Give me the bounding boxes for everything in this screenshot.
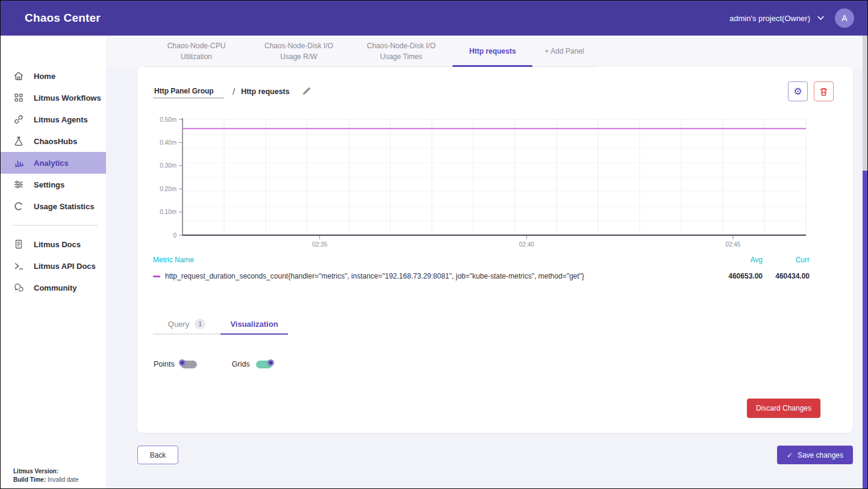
svg-text:02:40: 02:40 — [519, 241, 534, 248]
home-icon — [13, 71, 24, 81]
sidebar-item-community[interactable]: Community — [1, 277, 106, 298]
points-toggle[interactable] — [181, 361, 197, 368]
breadcrumb-separator: / — [233, 86, 235, 96]
sidebar-item-litmus-api-docs[interactable]: Litmus API Docs — [1, 255, 106, 277]
panel-name: Http requests — [241, 87, 290, 96]
legend-metric-name-header[interactable]: Metric Name — [153, 256, 722, 264]
visualization-toggles: Points Grids — [153, 360, 834, 368]
chart-legend: Metric Name Avg Curr http_request_durati… — [153, 256, 810, 280]
sidebar-item-litmus-agents[interactable]: Litmus Agents — [1, 109, 106, 130]
grids-toggle-group: Grids — [232, 360, 272, 368]
metric-avg-value: 460653.00 — [722, 272, 763, 280]
points-toggle-group: Points — [154, 360, 197, 368]
svg-text:02:45: 02:45 — [725, 241, 740, 248]
editor-tabs: Query 1 Visualization — [153, 314, 834, 335]
sidebar-footer: Litmus Version: Build Time: Invalid date — [13, 467, 78, 484]
app-title: Chaos Center — [25, 11, 101, 25]
trash-icon — [819, 87, 828, 96]
back-button[interactable]: Back — [137, 446, 178, 464]
legend-row: http_request_duration_seconds_count{hand… — [153, 272, 810, 280]
discard-changes-button[interactable]: Discard Changes — [747, 399, 820, 418]
sidebar-item-usage-statistics[interactable]: Usage Statistics — [1, 195, 106, 217]
tab-chaos-node-disk-io-usage-times[interactable]: Chaos-Node-Disk I/O Usage Times — [350, 36, 452, 66]
panel-tabbar: Chaos-Node-CPU Utilization Chaos-Node-Di… — [106, 36, 867, 67]
project-selector[interactable]: admin's project(Owner) — [729, 14, 824, 23]
tab-visualization[interactable]: Visualization — [220, 314, 288, 335]
svg-text:0: 0 — [173, 232, 176, 239]
points-toggle-label: Points — [154, 360, 175, 368]
project-selector-label: admin's project(Owner) — [729, 14, 810, 23]
analytics-icon — [13, 157, 24, 168]
sidebar-item-home[interactable]: Home — [1, 65, 106, 87]
tab-http-requests[interactable]: Http requests — [452, 36, 532, 66]
footer-actions: Back ✓ Save changes — [137, 446, 853, 464]
panel-settings-button[interactable]: ⚙ — [788, 81, 808, 101]
agents-icon — [13, 114, 24, 125]
api-docs-icon — [13, 260, 24, 271]
legend-curr-header[interactable]: Curr — [763, 256, 810, 264]
svg-text:0.20m: 0.20m — [160, 186, 176, 192]
sidebar-divider — [12, 225, 98, 226]
grids-toggle[interactable] — [256, 361, 272, 368]
chaoshubs-icon — [13, 136, 24, 147]
svg-text:0.50m: 0.50m — [160, 116, 176, 123]
avatar[interactable]: A — [835, 8, 854, 28]
query-count-badge: 1 — [195, 318, 205, 329]
sidebar-item-litmus-workflows[interactable]: Litmus Workflows — [1, 87, 106, 109]
svg-text:02:35: 02:35 — [312, 241, 327, 248]
grids-toggle-label: Grids — [232, 360, 250, 368]
scrollbar-thumb[interactable] — [863, 171, 867, 488]
settings-icon — [13, 179, 24, 190]
chart-container: 00.10m0.20m0.30m0.40m0.50m02:3502:4002:4… — [153, 112, 834, 252]
edit-pencil-icon[interactable] — [302, 87, 311, 96]
sidebar: Home Litmus Workflows Litmus Agents Chao… — [1, 36, 106, 488]
chaos-center-app: Chaos Center admin's project(Owner) A Ho… — [0, 0, 868, 489]
sidebar-item-settings[interactable]: Settings — [1, 174, 106, 195]
sidebar-item-litmus-docs[interactable]: Litmus Docs — [1, 233, 106, 255]
vertical-scrollbar[interactable] — [863, 36, 867, 488]
main-area: Chaos-Node-CPU Utilization Chaos-Node-Di… — [106, 36, 867, 488]
build-time-value: Invalid date — [48, 476, 78, 483]
panel-delete-button[interactable] — [814, 81, 834, 101]
series-color-swatch — [153, 276, 160, 277]
litmus-version-label: Litmus Version: — [13, 468, 58, 475]
save-changes-label: Save changes — [798, 451, 843, 459]
tab-chaos-node-disk-io-usage-rw[interactable]: Chaos-Node-Disk I/O Usage R/W — [248, 36, 350, 66]
svg-text:0.30m: 0.30m — [160, 162, 176, 169]
docs-icon — [13, 239, 24, 250]
chevron-down-icon — [817, 16, 824, 21]
build-time-label: Build Time: — [13, 476, 46, 483]
sidebar-item-chaoshubs[interactable]: ChaosHubs — [1, 130, 106, 152]
app-header: Chaos Center admin's project(Owner) A — [1, 1, 867, 36]
panel-editor-card: / Http requests ⚙ 00.10m0.20m0.30m0.40m0… — [137, 67, 853, 433]
usage-statistics-icon — [13, 201, 24, 212]
panel-header: / Http requests ⚙ — [153, 81, 834, 101]
tab-query[interactable]: Query 1 — [153, 314, 220, 335]
checkmark-icon: ✓ — [787, 451, 793, 459]
workflows-icon — [13, 92, 24, 103]
sidebar-item-analytics[interactable]: Analytics — [1, 152, 106, 174]
tab-add-panel[interactable]: + Add Panel — [532, 36, 596, 66]
tab-chaos-node-cpu-utilization[interactable]: Chaos-Node-CPU Utilization — [145, 36, 248, 66]
svg-text:0.40m: 0.40m — [160, 139, 176, 146]
svg-text:0.10m: 0.10m — [160, 209, 176, 215]
http-requests-chart: 00.10m0.20m0.30m0.40m0.50m02:3502:4002:4… — [153, 112, 810, 250]
legend-avg-header[interactable]: Avg — [722, 256, 763, 264]
gear-icon: ⚙ — [793, 86, 802, 97]
metric-name: http_request_duration_seconds_count{hand… — [165, 272, 584, 280]
save-changes-button[interactable]: ✓ Save changes — [777, 446, 853, 464]
community-icon — [13, 282, 24, 293]
panel-group-name-input[interactable] — [153, 85, 224, 98]
metric-curr-value: 460434.00 — [763, 272, 810, 280]
